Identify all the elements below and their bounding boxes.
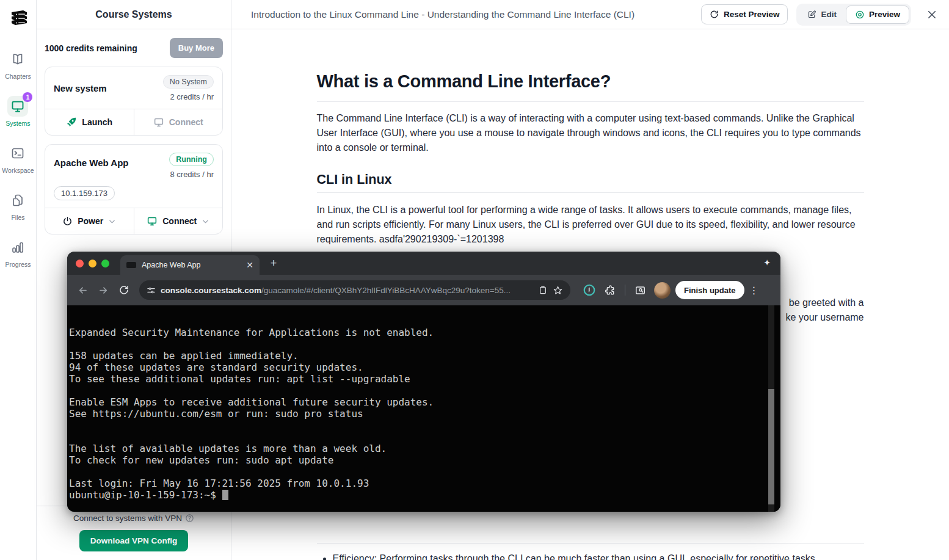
system-card-new-system: New system No System 2 credits / hr Laun… [45, 67, 223, 136]
sidebar-item-chapters[interactable]: Chapters [5, 49, 31, 80]
terminal-output: Expanded Security Maintenance for Applic… [69, 327, 434, 489]
sidebar-item-workspace[interactable]: Workspace [2, 143, 34, 174]
terminal-icon [7, 143, 28, 164]
forward-icon[interactable] [94, 281, 112, 299]
terminal-cursor [222, 490, 228, 500]
connect-button[interactable]: Connect [134, 208, 223, 234]
preview-tab[interactable]: Preview [846, 5, 909, 24]
reset-preview-label: Reset Preview [724, 10, 780, 19]
preview-eye-icon [855, 10, 865, 20]
url-text: console.coursestack.com/guacamole/#/clie… [161, 286, 533, 295]
systems-count-badge: 1 [23, 92, 32, 102]
bar-chart-icon [7, 237, 28, 258]
sidebar-item-label: Chapters [5, 73, 31, 80]
back-icon[interactable] [73, 281, 92, 299]
app-screen: Chapters 1 Systems Workspace Files [0, 0, 949, 560]
toolbar-divider [625, 285, 625, 296]
tab-title: Apache Web App [142, 261, 241, 269]
vpn-help-text: Connect to systems with VPN [73, 514, 182, 523]
tab-favicon [126, 262, 136, 268]
sidebar-item-label: Progress [5, 261, 31, 268]
sparkle-icon[interactable]: ✦ [763, 258, 771, 267]
password-manager-icon[interactable] [580, 281, 598, 299]
credit-rate: 8 credits / hr [170, 170, 214, 179]
browser-window[interactable]: Apache Web App ✕ + ✦ console.coursestack… [67, 252, 780, 512]
sidebar-item-progress[interactable]: Progress [5, 237, 31, 268]
terminal-scrollbar[interactable] [768, 305, 774, 512]
profile-avatar[interactable] [654, 282, 671, 299]
window-zoom-button[interactable] [101, 260, 109, 267]
chevron-down-icon [202, 217, 209, 225]
extensions-puzzle-icon[interactable] [601, 281, 619, 299]
window-minimize-button[interactable] [89, 260, 96, 267]
system-card-apache-web-app: Apache Web App Running 8 credits / hr 10… [45, 144, 223, 235]
power-label: Power [78, 216, 103, 226]
browser-titlebar[interactable]: Apache Web App ✕ + ✦ [67, 252, 780, 275]
buy-more-button[interactable]: Buy More [170, 38, 223, 58]
main-header: Introduction to the Linux Command Line -… [231, 0, 949, 29]
address-bar[interactable]: console.coursestack.com/guacamole/#/clie… [139, 280, 570, 300]
new-tab-button[interactable]: + [266, 255, 282, 271]
launch-label: Launch [82, 117, 112, 127]
sidebar-item-label: Files [11, 214, 24, 221]
tab-close-icon[interactable]: ✕ [246, 260, 253, 270]
lesson-title: Introduction to the Linux Command Line -… [251, 9, 634, 20]
credit-rate: 2 credits / hr [170, 92, 214, 101]
lesson-paragraph-1: The Command Line Interface (CLI) is a wa… [317, 111, 864, 155]
status-badge-running: Running [169, 153, 214, 166]
system-name: New system [54, 83, 107, 93]
edit-tab[interactable]: Edit [798, 5, 846, 23]
terminal-prompt: ubuntu@ip-10-1-159-173:~$ [69, 489, 222, 501]
connect-button-disabled[interactable]: Connect [134, 109, 223, 135]
chevron-down-icon [108, 217, 116, 225]
sidebar-item-label: Workspace [2, 167, 34, 174]
window-close-button[interactable] [76, 260, 84, 267]
bookmark-star-icon[interactable] [553, 285, 563, 296]
power-button[interactable]: Power [45, 208, 134, 234]
ip-address-badge[interactable]: 10.1.159.173 [54, 186, 115, 200]
lesson-paragraph-2: In Linux, the CLI is a powerful tool for… [317, 203, 864, 247]
connect-label: Connect [162, 216, 197, 226]
close-icon[interactable] [923, 6, 940, 23]
monitor-icon: 1 [7, 96, 28, 117]
pencil-icon [807, 10, 816, 19]
sidebar-item-files[interactable]: Files [7, 190, 28, 221]
browser-menu-icon[interactable]: ⋮ [747, 285, 763, 296]
connect-label: Connect [169, 117, 203, 127]
power-icon [62, 216, 73, 227]
launch-button[interactable]: Launch [45, 109, 134, 135]
edit-preview-toggle: Edit Preview [796, 4, 911, 26]
terminal-screen[interactable]: Expanded Security Maintenance for Applic… [67, 305, 780, 512]
list-item: Efficiency: Performing tasks through the… [333, 551, 864, 560]
nav-rail: Chapters 1 Systems Workspace Files [0, 0, 37, 560]
download-vpn-config-button[interactable]: Download VPN Config [79, 530, 189, 551]
monitor-icon [153, 117, 164, 128]
refresh-icon [710, 10, 719, 19]
finish-update-button[interactable]: Finish update [675, 281, 744, 299]
terminal: Expanded Security Maintenance for Applic… [67, 305, 780, 501]
app-logo[interactable] [5, 5, 32, 32]
rocket-icon [66, 117, 77, 128]
browser-tab[interactable]: Apache Web App ✕ [120, 255, 260, 275]
vpn-footer: Connect to systems with VPN Download VPN… [37, 506, 231, 560]
status-badge: No System [163, 75, 214, 89]
book-icon [7, 49, 28, 70]
reload-icon[interactable] [115, 281, 133, 299]
panel-title: Course Systems [37, 0, 231, 29]
url-host: console.coursestack.com [161, 286, 261, 295]
terminal-scrollbar-thumb[interactable] [768, 389, 774, 504]
sidebar-item-systems[interactable]: 1 Systems [5, 96, 30, 127]
edit-label: Edit [821, 10, 837, 19]
preview-label: Preview [869, 10, 900, 19]
help-circle-icon[interactable] [185, 514, 194, 523]
browser-toolbar: console.coursestack.com/guacamole/#/clie… [67, 275, 780, 305]
site-info-icon[interactable] [147, 286, 156, 295]
url-path: /guacamole/#/client/QXBhY2hlIFdlYiBBcHAA… [261, 286, 511, 295]
sidebar-item-label: Systems [5, 120, 30, 127]
monitor-icon [147, 216, 158, 227]
share-icon[interactable] [538, 285, 548, 295]
tab-search-icon[interactable] [631, 281, 649, 299]
cli-benefits-list: Efficiency: Performing tasks through the… [317, 551, 864, 560]
reset-preview-button[interactable]: Reset Preview [701, 4, 788, 24]
lesson-h1: What is a Command Line Interface? [317, 70, 864, 93]
